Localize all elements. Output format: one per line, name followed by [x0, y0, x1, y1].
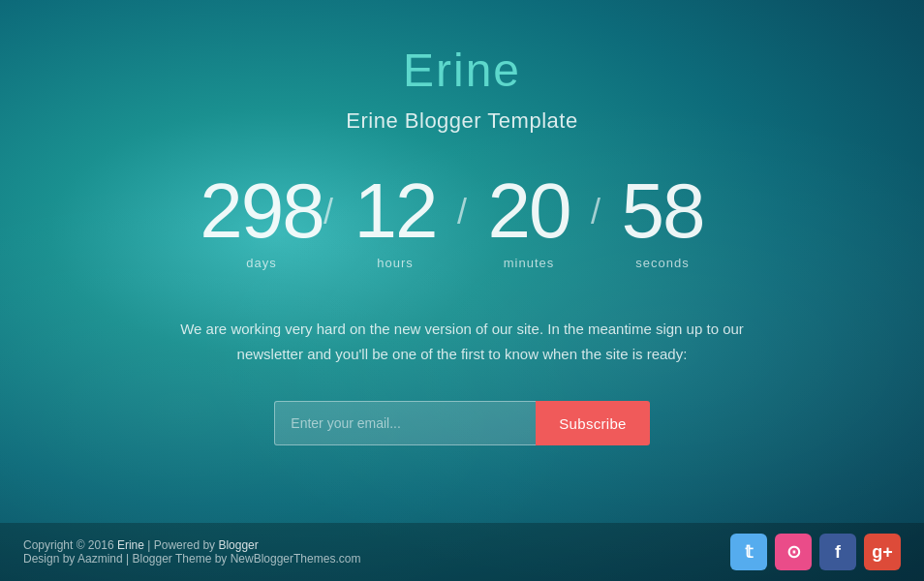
separator-3: / [591, 192, 601, 252]
minutes-label: minutes [504, 256, 555, 270]
countdown-seconds: 58 seconds [604, 172, 721, 270]
footer-text: Copyright © 2016 Erine | Powered by Blog… [23, 538, 360, 566]
subscribe-form: Subscribe [274, 401, 649, 445]
minutes-value: 20 [488, 172, 570, 250]
countdown-hours: 12 hours [337, 172, 453, 270]
gplus-icon[interactable]: g+ [864, 534, 901, 570]
countdown-minutes: 20 minutes [471, 172, 587, 270]
design-line: Design by Aazmind | Blogger Theme by New… [23, 552, 360, 566]
site-name-link[interactable]: Erine [117, 538, 144, 552]
countdown-timer: 298 days / 12 hours / 20 minutes / 58 se… [203, 172, 721, 270]
email-input[interactable] [274, 401, 536, 445]
site-title: Erine [403, 44, 521, 97]
seconds-value: 58 [622, 172, 704, 250]
hours-label: hours [377, 256, 414, 270]
subscribe-button[interactable]: Subscribe [536, 401, 649, 445]
twitter-icon[interactable]: 𝕥 [730, 534, 767, 570]
blogger-link[interactable]: Blogger [218, 538, 258, 552]
hours-value: 12 [354, 172, 436, 250]
days-label: days [246, 256, 276, 270]
powered-by-text: | Powered by [144, 538, 219, 552]
separator-1: / [323, 192, 333, 252]
separator-2: / [457, 192, 467, 252]
facebook-icon[interactable]: f [819, 534, 856, 570]
main-content: Erine Erine Blogger Template 298 days / … [0, 0, 924, 523]
description-text: We are working very hard on the new vers… [162, 317, 762, 366]
copyright-text: Copyright © 2016 [23, 538, 117, 552]
countdown-days: 298 days [203, 172, 320, 270]
social-icons: 𝕥 ⊙ f g+ [730, 534, 901, 570]
site-subtitle: Erine Blogger Template [346, 108, 577, 134]
footer: Copyright © 2016 Erine | Powered by Blog… [0, 523, 924, 581]
seconds-label: seconds [635, 256, 689, 270]
dribbble-icon[interactable]: ⊙ [775, 534, 812, 570]
days-value: 298 [200, 172, 323, 250]
